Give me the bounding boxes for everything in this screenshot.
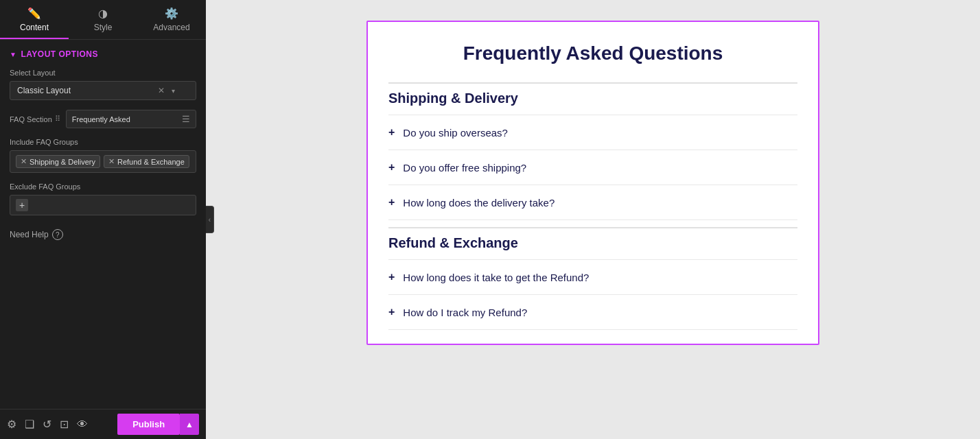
faq-question-4: How long does it take to get the Refund? [403, 272, 589, 283]
faq-group-refund-title: Refund & Exchange [388, 227, 797, 259]
layout-options-section: ▼ Layout Options [10, 49, 196, 59]
faq-plus-icon: + [388, 306, 395, 318]
publish-chevron-button[interactable]: ▲ [180, 414, 199, 435]
select-layout-value: Classic Layout [17, 86, 71, 95]
publish-area: Publish ▲ [117, 414, 199, 435]
include-faq-groups-label: Include FAQ Groups [10, 138, 196, 146]
remove-refund-tag-icon[interactable]: ✕ [108, 157, 115, 166]
list-icon: ☰ [182, 114, 190, 124]
select-layout-dropdown[interactable]: Classic Layout ✕ ▾ [10, 81, 196, 100]
history-icon[interactable]: ↺ [43, 418, 51, 431]
faq-item[interactable]: + Do you offer free shipping? [388, 150, 797, 185]
tab-advanced-label: Advanced [153, 23, 189, 32]
responsive-icon[interactable]: ⊡ [60, 418, 69, 431]
tag-refund: ✕ Refund & Exchange [104, 155, 189, 168]
tab-style-label: Style [94, 23, 113, 32]
faq-section-value: Frequently Asked [72, 115, 130, 123]
exclude-faq-groups-label: Exclude FAQ Groups [10, 182, 196, 191]
publish-label: Publish [132, 419, 165, 429]
tab-content[interactable]: ✏️ Content [0, 0, 69, 39]
faq-item[interactable]: + How long does it take to get the Refun… [388, 259, 797, 294]
bottom-icons: ⚙ ❑ ↺ ⊡ 👁 [7, 418, 88, 431]
add-exclude-group-button[interactable]: + [16, 199, 28, 211]
faq-group-shipping-title: Shipping & Delivery [388, 82, 797, 115]
faq-item[interactable]: + Do you ship overseas? [388, 115, 797, 150]
faq-section-dropdown[interactable]: Frequently Asked ☰ [66, 110, 196, 128]
clear-layout-icon[interactable]: ✕ [158, 86, 165, 95]
advanced-icon: ⚙️ [165, 7, 178, 20]
faq-widget: Frequently Asked Questions Shipping & De… [366, 21, 819, 345]
faq-group-shipping: Shipping & Delivery + Do you ship overse… [388, 82, 797, 220]
remove-shipping-tag-icon[interactable]: ✕ [21, 157, 27, 166]
preview-icon[interactable]: 👁 [77, 418, 88, 431]
include-tags-container: ✕ Shipping & Delivery ✕ Refund & Exchang… [10, 150, 196, 173]
faq-plus-icon: + [388, 126, 395, 139]
content-icon: ✏️ [27, 7, 41, 20]
style-icon: ◑ [98, 7, 108, 20]
tab-style[interactable]: ◑ Style [69, 0, 137, 39]
section-arrow-icon: ▼ [10, 51, 16, 58]
dropdown-arrow-icon: ▾ [172, 87, 175, 95]
faq-question-1: Do you ship overseas? [403, 127, 508, 139]
settings-icon[interactable]: ⚙ [7, 418, 16, 431]
drag-icon: ⠿ [55, 115, 60, 123]
tab-advanced[interactable]: ⚙️ Advanced [137, 0, 206, 39]
faq-question-5: How do I track my Refund? [403, 307, 527, 318]
select-layout-wrapper: Classic Layout ✕ ▾ [10, 81, 196, 100]
need-help[interactable]: Need Help ? [10, 229, 196, 240]
need-help-label: Need Help [10, 230, 49, 239]
right-panel: Frequently Asked Questions Shipping & De… [206, 0, 980, 439]
tag-shipping: ✕ Shipping & Delivery [16, 155, 100, 168]
layers-icon[interactable]: ❑ [25, 418, 34, 431]
select-layout-label: Select Layout [10, 69, 196, 77]
publish-button[interactable]: Publish [117, 414, 180, 435]
faq-section-row: FAQ Section ⠿ Frequently Asked ☰ [10, 110, 196, 128]
left-panel: ✏️ Content ◑ Style ⚙️ Advanced ▼ Layout … [0, 0, 206, 439]
tabs-bar: ✏️ Content ◑ Style ⚙️ Advanced [0, 0, 206, 40]
section-title: Layout Options [21, 49, 98, 59]
help-circle-icon: ? [52, 229, 63, 240]
bottom-bar: ⚙ ❑ ↺ ⊡ 👁 Publish ▲ [0, 409, 206, 439]
faq-main-title: Frequently Asked Questions [388, 43, 797, 64]
exclude-field: + [10, 195, 196, 215]
faq-plus-icon: + [388, 271, 395, 283]
faq-plus-icon: + [388, 161, 395, 174]
faq-item[interactable]: + How long does the delivery take? [388, 185, 797, 220]
faq-question-3: How long does the delivery take? [403, 197, 555, 209]
tag-refund-label: Refund & Exchange [117, 158, 185, 166]
faq-question-2: Do you offer free shipping? [403, 162, 526, 174]
collapse-panel-handle[interactable]: ‹ [206, 206, 214, 233]
faq-section-label: FAQ Section ⠿ [10, 115, 60, 123]
faq-item[interactable]: + How do I track my Refund? [388, 294, 797, 330]
tab-content-label: Content [20, 23, 49, 32]
panel-content: ▼ Layout Options Select Layout Classic L… [0, 40, 206, 409]
faq-plus-icon: + [388, 196, 395, 209]
tag-shipping-label: Shipping & Delivery [30, 158, 95, 166]
faq-group-refund: Refund & Exchange + How long does it tak… [388, 227, 797, 330]
